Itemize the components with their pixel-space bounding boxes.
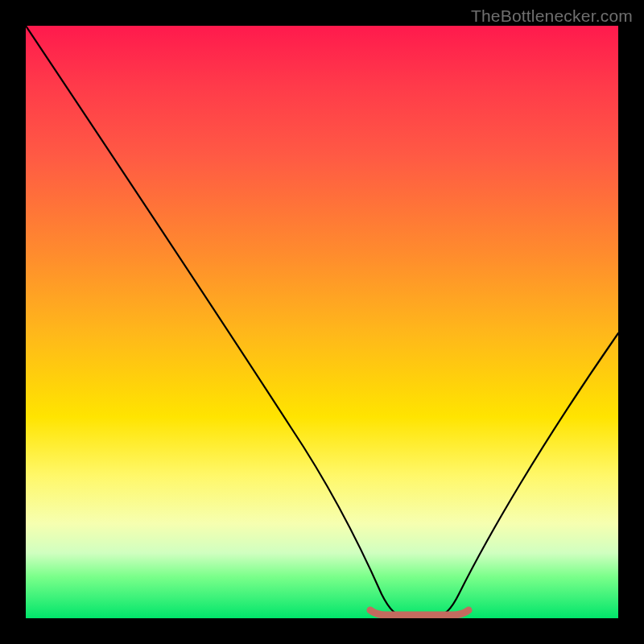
watermark-text: TheBottlenecker.com <box>471 6 633 26</box>
optimal-floor-segment <box>370 610 469 615</box>
plot-area <box>26 26 618 618</box>
bottleneck-curve <box>26 26 618 616</box>
chart-svg <box>26 26 618 618</box>
chart-frame: TheBottlenecker.com <box>0 0 644 644</box>
